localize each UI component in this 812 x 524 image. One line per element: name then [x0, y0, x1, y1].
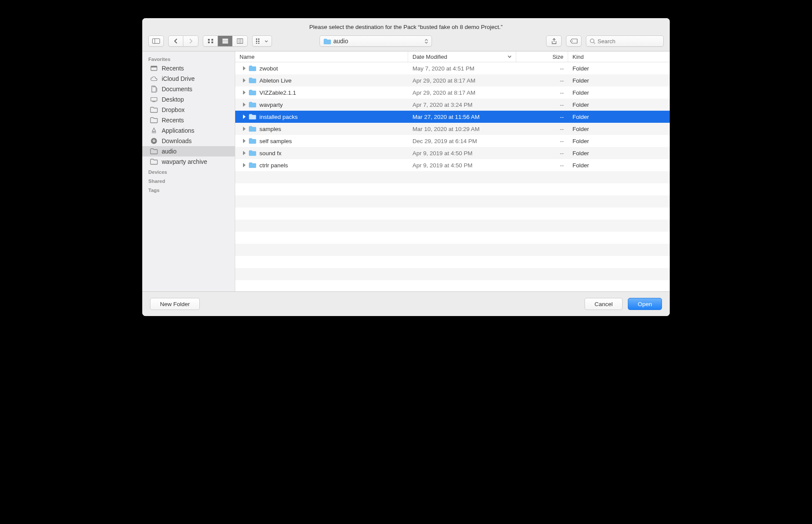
sidebar-item-label: Documents — [162, 86, 192, 93]
column-kind[interactable]: Kind — [568, 51, 670, 62]
sidebar-item[interactable]: Desktop — [142, 94, 235, 105]
group-by-button[interactable] — [252, 35, 272, 47]
column-size[interactable]: Size — [516, 51, 568, 62]
svg-rect-12 — [256, 38, 257, 40]
desktop-icon — [150, 96, 158, 103]
toolbar: audio — [142, 33, 670, 51]
cell-kind: Folder — [568, 150, 670, 157]
sidebar-item[interactable]: Recents — [142, 63, 235, 73]
cell-name: wavparty — [235, 102, 408, 108]
table-row[interactable]: samplesMar 10, 2020 at 10:29 AM--Folder — [235, 123, 670, 135]
sidebar-item[interactable]: wavparty archive — [142, 157, 235, 167]
cloud-icon — [150, 75, 158, 82]
disclosure-triangle-icon[interactable] — [243, 78, 246, 83]
svg-rect-14 — [256, 41, 257, 42]
folder-icon — [249, 150, 256, 156]
disclosure-triangle-icon[interactable] — [243, 102, 246, 107]
svg-rect-2 — [208, 39, 210, 41]
table-row[interactable]: VIZZable2.1.1Apr 29, 2020 at 8:17 AM--Fo… — [235, 86, 670, 99]
sidebar-item-label: Dropbox — [162, 106, 185, 113]
disclosure-triangle-icon[interactable] — [243, 115, 246, 119]
svg-rect-7 — [223, 41, 228, 42]
tags-button[interactable] — [566, 35, 582, 47]
cell-name: installed packs — [235, 114, 408, 120]
column-view-button[interactable] — [233, 36, 247, 46]
dialog-footer: New Folder Cancel Open — [142, 291, 670, 316]
column-name[interactable]: Name — [235, 51, 408, 62]
file-name: self samples — [259, 138, 292, 144]
table-row[interactable]: installed packsMar 27, 2020 at 11:56 AM-… — [235, 111, 670, 123]
sidebar-item[interactable]: audio — [142, 146, 235, 157]
table-row[interactable]: wavpartyApr 7, 2020 at 3:24 PM--Folder — [235, 99, 670, 111]
toggle-sidebar-button[interactable] — [148, 35, 164, 47]
table-row[interactable]: zwobotMay 7, 2020 at 4:51 PM--Folder — [235, 62, 670, 74]
sidebar-item-label: iCloud Drive — [162, 75, 195, 82]
cell-date: Apr 29, 2020 at 8:17 AM — [408, 89, 516, 96]
sidebar-item[interactable]: iCloud Drive — [142, 73, 235, 84]
table-row-empty — [235, 280, 670, 291]
share-button[interactable] — [546, 35, 562, 47]
folder-icon — [249, 126, 256, 132]
cell-size: -- — [516, 65, 568, 72]
sidebar-item[interactable]: Applications — [142, 125, 235, 136]
search-field[interactable] — [586, 35, 664, 47]
cell-date: Mar 27, 2020 at 11:56 AM — [408, 114, 516, 120]
table-row[interactable]: sound fxApr 9, 2019 at 4:50 PM--Folder — [235, 147, 670, 159]
folder-icon — [249, 89, 256, 96]
folder-icon — [323, 38, 330, 44]
disclosure-triangle-icon[interactable] — [243, 139, 246, 143]
disclosure-triangle-icon[interactable] — [243, 127, 246, 131]
folder-icon — [150, 106, 158, 113]
table-row-empty — [235, 268, 670, 280]
folder-icon — [150, 117, 158, 124]
cell-size: -- — [516, 114, 568, 120]
sidebar-item-label: audio — [162, 148, 176, 155]
cell-kind: Folder — [568, 126, 670, 132]
cell-name: VIZZable2.1.1 — [235, 89, 408, 96]
path-popup[interactable]: audio — [320, 35, 432, 47]
cell-size: -- — [516, 162, 568, 169]
forward-button[interactable] — [183, 36, 198, 46]
cell-kind: Folder — [568, 102, 670, 108]
sidebar-item-label: Recents — [162, 65, 184, 72]
cell-date: Mar 10, 2020 at 10:29 AM — [408, 126, 516, 132]
table-row-empty — [235, 183, 670, 195]
cell-date: Apr 7, 2020 at 3:24 PM — [408, 102, 516, 108]
sort-descending-icon — [508, 55, 511, 58]
table-row[interactable]: self samplesDec 29, 2019 at 6:14 PM--Fol… — [235, 135, 670, 147]
disclosure-triangle-icon[interactable] — [243, 151, 246, 155]
svg-rect-5 — [211, 42, 213, 43]
disclosure-triangle-icon[interactable] — [243, 90, 246, 95]
table-row[interactable]: ctrlr panelsApr 9, 2019 at 4:50 PM--Fold… — [235, 159, 670, 171]
svg-rect-0 — [153, 39, 160, 44]
disclosure-triangle-icon[interactable] — [243, 66, 246, 70]
icon-view-button[interactable] — [203, 36, 218, 46]
documents-icon — [150, 86, 158, 93]
sidebar-section-favorites: Favorites — [142, 54, 235, 63]
sidebar-item[interactable]: Downloads — [142, 136, 235, 146]
sidebar-item-label: Desktop — [162, 96, 184, 103]
svg-rect-15 — [258, 41, 259, 42]
sidebar-item[interactable]: Dropbox — [142, 105, 235, 115]
cancel-button[interactable]: Cancel — [585, 298, 623, 310]
back-button[interactable] — [169, 36, 183, 46]
cell-kind: Folder — [568, 65, 670, 72]
cell-size: -- — [516, 89, 568, 96]
path-label: audio — [333, 38, 348, 45]
cell-kind: Folder — [568, 89, 670, 96]
table-row[interactable]: Ableton LiveApr 29, 2020 at 8:17 AM--Fol… — [235, 74, 670, 86]
disclosure-triangle-icon[interactable] — [243, 163, 246, 167]
file-name: zwobot — [259, 65, 278, 72]
sidebar-item[interactable]: Recents — [142, 115, 235, 125]
column-date[interactable]: Date Modified — [408, 51, 516, 62]
sidebar-item[interactable]: Documents — [142, 84, 235, 94]
open-button[interactable]: Open — [628, 298, 662, 310]
list-view-button[interactable] — [218, 36, 233, 46]
folder-icon — [249, 102, 256, 108]
search-input[interactable] — [598, 38, 660, 45]
main-area: Favorites RecentsiCloud DriveDocumentsDe… — [142, 51, 670, 291]
cell-name: zwobot — [235, 65, 408, 72]
sidebar-item-label: Applications — [162, 127, 195, 134]
svg-line-20 — [594, 42, 595, 44]
new-folder-button[interactable]: New Folder — [150, 298, 200, 310]
